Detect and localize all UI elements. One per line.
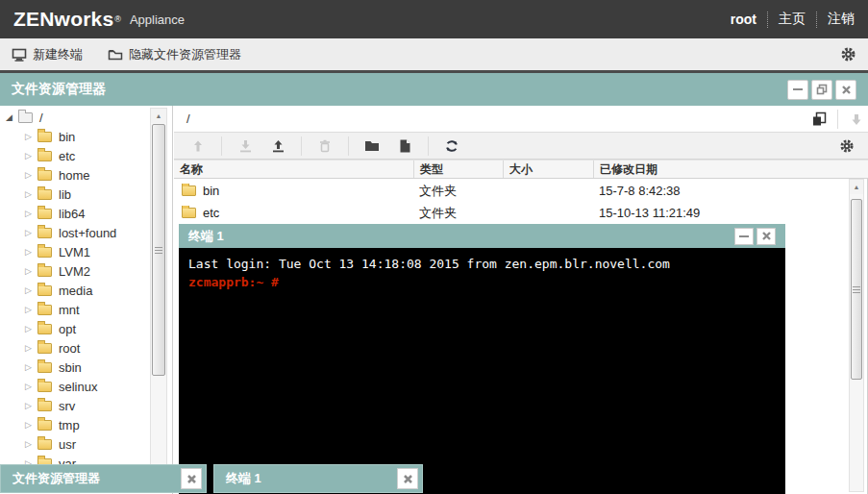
hide-file-manager-label: 隐藏文件资源管理器 bbox=[129, 46, 241, 63]
tree-item-usr[interactable]: ▷usr bbox=[0, 434, 149, 454]
taskbar-terminal-button[interactable]: 终端 1 bbox=[213, 464, 423, 493]
tree-item-selinux[interactable]: ▷selinux bbox=[0, 377, 149, 396]
app-toolbar: 新建终端 隐藏文件资源管理器 bbox=[0, 38, 868, 73]
new-folder-icon[interactable] bbox=[360, 136, 384, 157]
terminal-titlebar[interactable]: 终端 1 bbox=[179, 224, 785, 248]
column-header-modified[interactable]: 已修改日期 bbox=[593, 161, 868, 178]
tree-item-sbin[interactable]: ▷sbin bbox=[0, 358, 149, 377]
logout-link[interactable]: 注销 bbox=[828, 11, 855, 28]
app-header: ZENworks ® Appliance root 主页 注销 bbox=[0, 0, 868, 38]
restore-icon bbox=[816, 84, 828, 95]
close-icon bbox=[761, 231, 772, 241]
tree-item-lib[interactable]: ▷lib bbox=[0, 185, 149, 204]
tree-item-root-dir[interactable]: ▷root bbox=[0, 338, 149, 358]
tree-item-tmp[interactable]: ▷tmp bbox=[0, 415, 149, 434]
folder-icon bbox=[37, 266, 52, 277]
tree-collapsed-icon: ▷ bbox=[25, 132, 37, 141]
tree-scrollbar[interactable]: ▲ bbox=[150, 108, 167, 492]
path-actions bbox=[807, 106, 868, 132]
tree-collapsed-icon: ▷ bbox=[25, 266, 37, 276]
copy-icon[interactable] bbox=[807, 109, 831, 130]
terminal-title: 终端 1 bbox=[188, 228, 224, 245]
taskbar-close-button[interactable] bbox=[397, 468, 418, 489]
restore-button[interactable] bbox=[811, 80, 832, 100]
delete-trash-icon-disabled[interactable] bbox=[313, 136, 336, 157]
tree-item-lib64[interactable]: ▷lib64 bbox=[0, 204, 149, 223]
new-terminal-button[interactable]: 新建终端 bbox=[12, 46, 83, 63]
tree-item-srv[interactable]: ▷srv bbox=[0, 396, 149, 415]
monitor-icon bbox=[12, 48, 27, 62]
go-up-icon-disabled[interactable] bbox=[186, 136, 210, 157]
taskbar-file-manager-button[interactable]: 文件资源管理器 bbox=[0, 464, 207, 493]
minimize-button[interactable] bbox=[787, 80, 808, 100]
home-link[interactable]: 主页 bbox=[779, 11, 806, 28]
product-name: Appliance bbox=[130, 12, 185, 27]
tree-item-lost-found[interactable]: ▷lost+found bbox=[0, 223, 149, 242]
column-header-type[interactable]: 类型 bbox=[413, 161, 503, 178]
table-row-bin[interactable]: bin 文件夹 15-7-8 8:42:38 bbox=[174, 180, 845, 202]
tree-item-label: tmp bbox=[59, 418, 80, 432]
current-path: / bbox=[186, 111, 190, 126]
tree-item-opt[interactable]: ▷opt bbox=[0, 319, 149, 338]
tree-collapsed-icon: ▷ bbox=[25, 382, 37, 391]
tree-item-label: lib64 bbox=[59, 207, 85, 221]
download-icon-disabled[interactable] bbox=[234, 136, 257, 157]
hide-file-manager-button[interactable]: 隐藏文件资源管理器 bbox=[108, 46, 241, 63]
tree-item-lvm1[interactable]: ▷LVM1 bbox=[0, 242, 149, 261]
terminal-prompt: zcmapprb:~ # bbox=[188, 273, 776, 291]
minimize-icon bbox=[739, 235, 749, 237]
file-manager-body: ◢ / ▷bin ▷etc ▷home ▷lib ▷lib64 ▷lost+fo… bbox=[0, 106, 868, 494]
divider bbox=[428, 136, 429, 156]
tree-item-label: etc bbox=[59, 149, 75, 163]
settings-gear-icon[interactable] bbox=[840, 46, 856, 62]
tree-collapsed-icon: ▷ bbox=[25, 170, 37, 180]
terminal-screen[interactable]: Last login: Tue Oct 13 14:18:08 2015 fro… bbox=[179, 248, 785, 494]
upload-icon[interactable] bbox=[266, 136, 289, 157]
scrollbar-grip bbox=[853, 289, 860, 290]
tree-item-home[interactable]: ▷home bbox=[0, 165, 149, 185]
tree-item-root[interactable]: ◢ / bbox=[0, 108, 149, 127]
scrollbar-thumb[interactable] bbox=[152, 124, 165, 376]
scroll-up-icon[interactable]: ▲ bbox=[151, 109, 166, 123]
folder-icon bbox=[182, 185, 196, 196]
tree-collapsed-icon: ▷ bbox=[25, 285, 37, 295]
taskbar: 文件资源管理器 终端 1 bbox=[0, 464, 423, 493]
download-arrow-icon-disabled[interactable] bbox=[845, 109, 868, 130]
tree-item-label: mnt bbox=[59, 303, 80, 317]
taskbar-close-button[interactable] bbox=[181, 468, 202, 489]
folder-outline-icon bbox=[108, 48, 123, 61]
scrollbar-thumb[interactable] bbox=[851, 199, 862, 380]
grid-settings-gear-icon[interactable] bbox=[839, 138, 855, 154]
terminal-minimize-button[interactable] bbox=[734, 228, 754, 245]
table-row-etc[interactable]: etc 文件夹 15-10-13 11:21:49 bbox=[174, 202, 845, 224]
new-file-icon[interactable] bbox=[393, 136, 416, 157]
folder-icon bbox=[37, 209, 52, 219]
file-list-scrollbar[interactable]: ▲ bbox=[849, 179, 864, 492]
terminal-close-button[interactable] bbox=[756, 228, 776, 245]
folder-icon bbox=[37, 420, 52, 431]
folder-icon bbox=[182, 208, 196, 218]
column-header-name[interactable]: 名称 bbox=[174, 161, 413, 178]
file-toolbar bbox=[174, 133, 868, 160]
folder-icon bbox=[37, 247, 52, 258]
refresh-icon[interactable] bbox=[440, 136, 463, 157]
folder-icon bbox=[37, 228, 52, 238]
cell-modified: 15-10-13 11:21:49 bbox=[593, 206, 845, 220]
file-manager-titlebar[interactable]: 文件资源管理器 bbox=[0, 73, 868, 106]
close-icon bbox=[841, 85, 852, 95]
folder-icon bbox=[37, 343, 52, 354]
tree-item-bin[interactable]: ▷bin bbox=[0, 127, 149, 146]
folder-icon bbox=[37, 401, 52, 411]
tree-item-label: selinux bbox=[59, 380, 97, 394]
terminal-output-line: Last login: Tue Oct 13 14:18:08 2015 fro… bbox=[188, 255, 776, 273]
folder-icon bbox=[37, 170, 52, 181]
tree-item-etc[interactable]: ▷etc bbox=[0, 146, 149, 165]
scroll-up-icon[interactable]: ▲ bbox=[850, 180, 863, 194]
tree-item-lvm2[interactable]: ▷LVM2 bbox=[0, 261, 149, 281]
close-button[interactable] bbox=[835, 80, 856, 100]
column-header-size[interactable]: 大小 bbox=[503, 161, 593, 178]
tree-item-media[interactable]: ▷media bbox=[0, 281, 149, 300]
folder-icon bbox=[37, 285, 52, 296]
tree-collapsed-icon: ▷ bbox=[25, 247, 37, 257]
tree-item-mnt[interactable]: ▷mnt bbox=[0, 300, 149, 319]
